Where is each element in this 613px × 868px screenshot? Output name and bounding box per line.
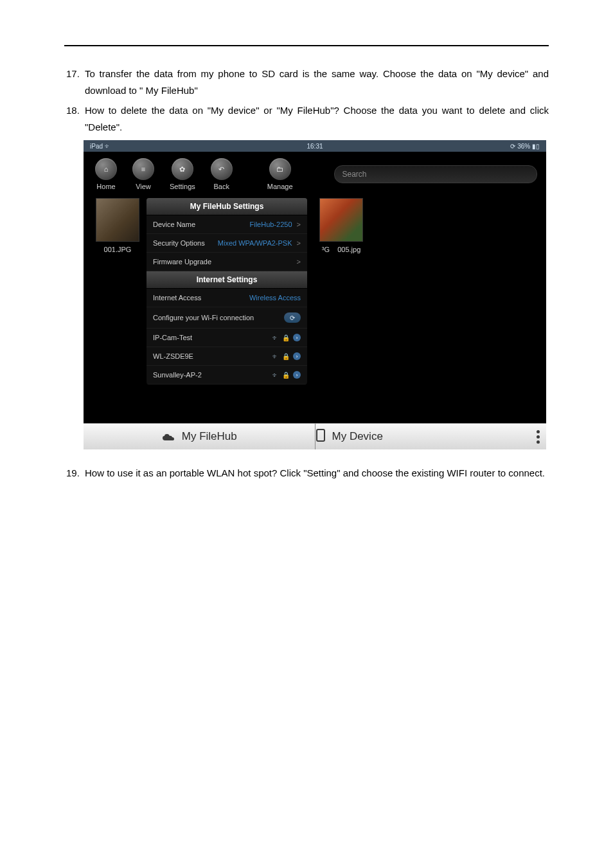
back-button[interactable]: ↶ Back [211,158,233,190]
tab-my-filehub[interactable]: My FileHub [84,424,315,449]
wifi-icon: ᯤ [272,334,279,341]
wifi-item[interactable]: IP-Cam-Test ᯤ🔒› [147,329,307,347]
thumb-label: ³G 005.jpg [322,246,361,253]
back-icon: ↶ [211,158,233,180]
photo-thumb [96,198,139,242]
view-label: View [136,183,151,190]
wifi-item[interactable]: Sunvalley-AP-2 ᯤ🔒› [147,366,307,384]
lock-icon: 🔒 [282,372,290,379]
header-rule [64,45,549,46]
instruction-item: To transfer the data from my phone to SD… [82,66,549,98]
panel-header: Internet Settings [147,271,307,289]
settings-button[interactable]: ✿ Settings [170,158,195,190]
manage-button[interactable]: 🗀 Manage [267,158,293,190]
manage-label: Manage [267,183,293,190]
wifi-name: Sunvalley-AP-2 [153,371,202,379]
view-button[interactable]: ≡ View [132,158,154,190]
thumbnail-item[interactable]: ³G 005.jpg [319,198,364,384]
row-value: FileHub-2250 [249,221,292,228]
gear-icon: ✿ [172,158,193,180]
refresh-icon[interactable]: ⟳ [284,312,301,323]
settings-label: Settings [170,183,195,190]
instruction-list: How to use it as an portable WLAN hot sp… [64,465,549,482]
photo-thumb [319,198,363,242]
status-clock: 16:31 [306,143,323,150]
internet-access-row[interactable]: Internet Access Wireless Access [147,289,307,307]
status-device: iPad ᯤ [90,143,111,150]
instruction-item: How to use it as an portable WLAN hot sp… [82,465,549,482]
home-button[interactable]: ⌂ Home [95,158,117,190]
row-value: Wireless Access [249,294,301,302]
security-row[interactable]: Security Options Mixed WPA/WPA2-PSK > [147,234,307,253]
tab-my-device[interactable]: My Device [315,424,547,449]
row-value: Mixed WPA/WPA2-PSK [218,239,292,247]
row-label: Firmware Upgrade [153,258,211,266]
settings-panel: My FileHub Settings Device Name FileHub-… [147,198,307,384]
bottom-bar: My FileHub My Device [84,423,546,449]
search-placeholder: Search [342,170,367,179]
back-label: Back [214,183,229,190]
device-icon [315,429,326,445]
wifi-name: IP-Cam-Test [153,334,192,341]
search-input[interactable]: Search [334,165,537,183]
info-icon[interactable]: › [293,371,301,379]
wifi-item[interactable]: WL-ZSDE9E ᯤ🔒› [147,347,307,366]
chevron-right-icon: > [297,258,301,266]
info-icon[interactable]: › [293,352,301,360]
row-label: Internet Access [153,294,201,302]
thumb-label: 001.JPG [104,246,132,253]
folder-icon: 🗀 [269,158,291,180]
info-icon[interactable]: › [293,334,301,341]
wifi-icon: ᯤ [105,143,111,150]
lock-icon: 🔒 [282,353,290,360]
tab-label: My Device [332,430,383,443]
wifi-icon: ᯤ [272,353,279,360]
thumbnail-item[interactable]: 001.JPG [95,198,140,384]
svg-rect-0 [317,429,324,441]
cloud-icon [161,432,175,441]
lock-icon: 🔒 [282,334,290,341]
home-label: Home [96,183,115,190]
home-icon: ⌂ [95,158,117,180]
status-battery: ⟳ 36% ▮▯ [510,143,540,150]
firmware-row[interactable]: Firmware Upgrade > [147,253,307,271]
tab-label: My FileHub [182,430,237,443]
instruction-item: How to delete the data on "My device" or… [82,102,549,135]
wifi-icon: ᯤ [272,372,279,379]
toolbar: ⌂ Home ≡ View ✿ Settings ↶ Back 🗀 Manage… [84,152,546,195]
wifi-name: WL-ZSDE9E [153,352,193,360]
chevron-right-icon: > [295,239,301,247]
chevron-right-icon: > [295,221,301,228]
configure-wifi-row[interactable]: Configure your Wi-Fi connection ⟳ [147,307,307,329]
app-screenshot: iPad ᯤ 16:31 ⟳ 36% ▮▯ ⌂ Home ≡ View ✿ Se… [84,140,546,449]
row-label: Device Name [153,221,195,228]
row-label: Security Options [153,239,205,247]
instruction-list: To transfer the data from my phone to SD… [64,66,549,135]
list-icon: ≡ [132,158,154,180]
status-bar: iPad ᯤ 16:31 ⟳ 36% ▮▯ [84,140,546,152]
more-icon[interactable] [537,430,540,444]
panel-header: My FileHub Settings [147,198,307,215]
device-name-row[interactable]: Device Name FileHub-2250 > [147,215,307,234]
row-label: Configure your Wi-Fi connection [153,314,254,321]
